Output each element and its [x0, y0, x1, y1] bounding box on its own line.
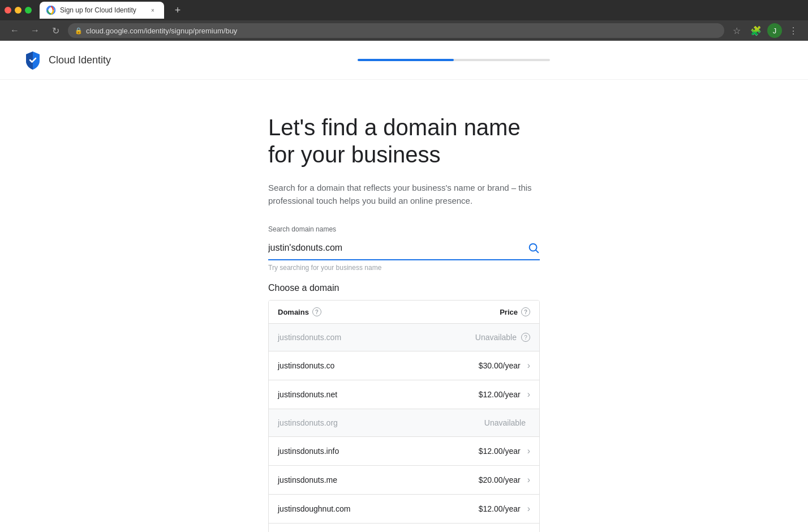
tab-close-button[interactable]: × — [148, 6, 157, 15]
search-input-wrapper — [268, 237, 540, 260]
forward-nav-button[interactable]: → — [27, 23, 43, 38]
table-row[interactable]: justinsdoughnut.co $30.00/year › — [269, 524, 539, 532]
traffic-lights — [5, 7, 32, 14]
table-row[interactable]: justinsdoughnut.com $12.00/year › — [269, 495, 539, 524]
progress-fill — [358, 59, 454, 61]
cloud-identity-logo: Cloud Identity — [23, 50, 111, 70]
chevron-right-icon: › — [527, 446, 530, 456]
domain-name: justinsdonuts.me — [278, 475, 479, 484]
chevron-right-icon: › — [527, 504, 530, 514]
price-header-text: Price — [500, 308, 518, 316]
chevron-right-icon: › — [527, 389, 530, 400]
refresh-nav-button[interactable]: ↻ — [48, 23, 63, 38]
price-column-header: Price ? — [500, 307, 530, 316]
svg-line-2 — [536, 250, 538, 252]
domain-price: $20.00/year — [479, 475, 521, 484]
search-icon — [527, 242, 540, 254]
address-text: cloud.google.com/identity/signup/premium… — [86, 27, 717, 35]
page-header: Cloud Identity — [0, 41, 808, 80]
chevron-right-icon: › — [527, 361, 530, 371]
minimize-traffic-light[interactable] — [15, 7, 22, 14]
maximize-traffic-light[interactable] — [25, 7, 32, 14]
domain-name: justinsdoughnut.com — [278, 504, 479, 513]
address-bar[interactable]: 🔒 cloud.google.com/identity/signup/premi… — [68, 23, 724, 38]
page-description: Search for a domain that reflects your b… — [268, 182, 540, 207]
active-tab[interactable]: Sign up for Cloud Identity × — [40, 2, 164, 19]
table-row[interactable]: justinsdonuts.me $20.00/year › — [269, 466, 539, 495]
domain-name: justinsdonuts.net — [278, 390, 479, 399]
section-title: Choose a domain — [268, 283, 540, 293]
table-row: justinsdonuts.org Unavailable — [269, 409, 539, 437]
chevron-right-icon: › — [527, 475, 530, 485]
nav-bar: ← → ↻ 🔒 cloud.google.com/identity/signup… — [0, 20, 808, 41]
domains-header-text: Domains — [278, 308, 309, 316]
table-header: Domains ? Price ? — [269, 301, 539, 324]
unavailable-label: Unavailable — [484, 418, 526, 427]
menu-icon[interactable]: ⋮ — [785, 23, 801, 38]
progress-bar-container — [122, 59, 785, 61]
new-tab-button[interactable]: + — [170, 2, 186, 18]
page-content: Cloud Identity ‹ Let's find a domain nam… — [0, 41, 808, 532]
search-button[interactable] — [527, 242, 540, 254]
page-title: Let's find a domain name for your busine… — [268, 114, 540, 168]
extensions-icon[interactable]: 🧩 — [748, 23, 764, 38]
domain-price: $12.00/year — [479, 390, 521, 399]
main-content: ‹ Let's find a domain name for your busi… — [0, 80, 808, 532]
price-help-icon[interactable]: ? — [521, 307, 530, 316]
domain-price: $12.00/year — [479, 504, 521, 513]
domains-help-icon[interactable]: ? — [312, 307, 321, 316]
search-hint: Try searching for your business name — [268, 264, 540, 272]
table-row[interactable]: justinsdonuts.net $12.00/year › — [269, 380, 539, 409]
search-input[interactable] — [268, 237, 540, 259]
logo-text: Cloud Identity — [49, 54, 111, 66]
lock-icon: 🔒 — [75, 27, 83, 35]
bookmark-icon[interactable]: ☆ — [729, 23, 745, 38]
table-row[interactable]: justinsdonuts.info $12.00/year › — [269, 437, 539, 466]
nav-right-icons: ☆ 🧩 J ⋮ — [729, 23, 801, 38]
domain-name: justinsdonuts.com — [278, 333, 475, 342]
domains-column-header: Domains ? — [278, 307, 500, 316]
unavailable-help-icon[interactable]: ? — [521, 333, 530, 342]
domain-name: justinsdonuts.org — [278, 418, 484, 427]
progress-track — [358, 59, 550, 61]
back-nav-button[interactable]: ← — [7, 23, 23, 38]
logo-shield-icon — [23, 50, 43, 70]
search-label: Search domain names — [268, 225, 540, 233]
tab-title: Sign up for Cloud Identity — [60, 6, 144, 14]
browser-chrome: Sign up for Cloud Identity × + ← → ↻ 🔒 c… — [0, 0, 808, 41]
domain-price: $30.00/year — [479, 361, 521, 370]
table-row: justinsdonuts.com Unavailable ? — [269, 324, 539, 351]
table-row[interactable]: justinsdonuts.co $30.00/year › — [269, 351, 539, 380]
unavailable-label: Unavailable — [475, 333, 517, 342]
domain-table: Domains ? Price ? justinsdonuts.com Unav… — [268, 300, 540, 532]
close-traffic-light[interactable] — [5, 7, 11, 14]
tab-favicon — [46, 6, 55, 15]
profile-avatar[interactable]: J — [767, 23, 782, 38]
title-bar: Sign up for Cloud Identity × + — [0, 0, 808, 20]
domain-name: justinsdonuts.co — [278, 361, 479, 370]
content-column: Let's find a domain name for your busine… — [268, 114, 540, 532]
domain-price: $12.00/year — [479, 447, 521, 456]
domain-name: justinsdonuts.info — [278, 447, 479, 456]
